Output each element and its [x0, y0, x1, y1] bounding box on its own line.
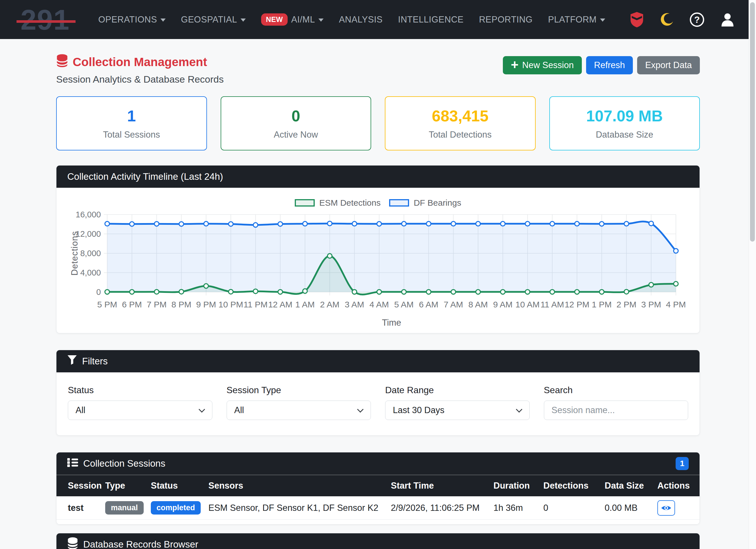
filter-date-range-select[interactable]: Last 30 Days	[385, 400, 530, 420]
svg-text:5 AM: 5 AM	[394, 300, 414, 309]
filters-panel-header: Filters	[56, 350, 700, 372]
filter-label: Status	[68, 385, 212, 395]
page-header: Collection Management Session Analytics …	[56, 54, 700, 85]
chevron-down-icon	[600, 19, 605, 22]
nav-item-reporting[interactable]: REPORTING	[479, 15, 533, 25]
sensors-cell: ESM Sensor, DF Sensor K1, DF Sensor K2	[208, 503, 391, 513]
svg-text:11 AM: 11 AM	[540, 300, 564, 309]
svg-text:0: 0	[96, 287, 101, 296]
duration-cell: 1h 36m	[493, 503, 543, 513]
selected-value: All	[234, 405, 244, 415]
legend-label: ESM Detections	[319, 198, 381, 208]
svg-text:2 AM: 2 AM	[320, 300, 339, 309]
svg-text:6 AM: 6 AM	[419, 300, 438, 309]
main-content: Collection Management Session Analytics …	[56, 54, 700, 549]
nav-item-label: INTELLIGENCE	[398, 15, 464, 25]
legend-swatch	[295, 199, 315, 207]
stat-label: Database Size	[596, 130, 653, 140]
nav-item-analysis[interactable]: ANALYSIS	[339, 15, 383, 25]
legend-esm-detections: ESM Detections	[295, 198, 381, 208]
chevron-down-icon	[160, 19, 166, 22]
scrollbar-thumb[interactable]	[750, 2, 755, 242]
logo-text: 291	[21, 5, 70, 34]
nav-item-ai-ml[interactable]: NEWAI/ML	[261, 13, 324, 26]
db-browser-title: Database Records Browser	[83, 539, 198, 549]
nav-item-platform[interactable]: PLATFORM	[548, 15, 605, 25]
filter-field-session-type: Session TypeAll	[227, 385, 371, 420]
svg-text:9 AM: 9 AM	[493, 300, 513, 309]
new-session-label: New Session	[522, 60, 574, 70]
svg-text:7 AM: 7 AM	[444, 300, 463, 309]
col-start-time: Start Time	[391, 481, 493, 491]
help-icon[interactable]: ?	[689, 12, 705, 27]
legend-swatch	[389, 199, 409, 207]
view-session-button[interactable]	[657, 500, 675, 516]
filter-status-select[interactable]: All	[68, 400, 212, 420]
page-title: Collection Management	[56, 54, 224, 70]
nav-item-geospatial[interactable]: GEOSPATIAL	[181, 15, 246, 25]
col-status: Status	[151, 481, 208, 491]
type-badge: manual	[105, 501, 144, 515]
sessions-panel-header: Collection Sessions 1	[56, 452, 700, 475]
nav-item-intelligence[interactable]: INTELLIGENCE	[398, 15, 464, 25]
svg-text:9 PM: 9 PM	[196, 300, 216, 309]
status-cell: completed	[151, 501, 208, 515]
filter-session-type-select[interactable]: All	[227, 400, 371, 420]
filters-title: Filters	[82, 356, 108, 367]
stat-card-total-sessions: 1Total Sessions	[56, 96, 207, 151]
svg-text:12 PM: 12 PM	[565, 300, 590, 309]
svg-text:Time: Time	[382, 318, 401, 327]
stat-label: Total Detections	[429, 130, 492, 140]
filters-body: StatusAllSession TypeAllDate RangeLast 3…	[56, 372, 700, 435]
table-row: testmanualcompletedESM Sensor, DF Sensor…	[56, 496, 700, 520]
nav-item-label: AI/ML	[291, 15, 315, 25]
scrollbar-track[interactable]	[749, 0, 756, 549]
chevron-down-icon	[198, 406, 205, 413]
col-type: Type	[105, 481, 151, 491]
svg-text:12 AM: 12 AM	[268, 300, 292, 309]
refresh-button[interactable]: Refresh	[586, 56, 633, 74]
chevron-down-icon	[318, 19, 324, 22]
svg-text:2 PM: 2 PM	[617, 300, 637, 309]
nav-item-operations[interactable]: OPERATIONS	[98, 15, 166, 25]
selected-value: All	[76, 405, 85, 415]
col-actions: Actions	[657, 481, 690, 491]
session-name: test	[68, 503, 105, 513]
filter-field-status: StatusAll	[68, 385, 212, 420]
shield-icon[interactable]	[629, 11, 644, 28]
status-badge: completed	[151, 501, 201, 515]
stat-card-total-detections: 683,415Total Detections	[385, 96, 536, 151]
nav-item-label: REPORTING	[479, 15, 533, 25]
page-subtitle: Session Analytics & Database Records	[56, 74, 224, 85]
new-session-button[interactable]: + New Session	[503, 56, 582, 74]
svg-text:4 PM: 4 PM	[666, 300, 686, 309]
svg-text:1 PM: 1 PM	[592, 300, 612, 309]
new-badge: NEW	[261, 13, 288, 26]
svg-text:11 PM: 11 PM	[243, 300, 267, 309]
database-icon	[67, 537, 78, 549]
chart-panel-header: Collection Activity Timeline (Last 24h)	[56, 166, 700, 188]
nav-item-label: GEOSPATIAL	[181, 15, 237, 25]
svg-text:4 AM: 4 AM	[369, 300, 389, 309]
chevron-down-icon	[516, 406, 522, 413]
filter-field-date-range: Date RangeLast 30 Days	[385, 385, 530, 420]
user-icon[interactable]	[720, 12, 735, 27]
nav-item-label: OPERATIONS	[98, 15, 157, 25]
sessions-table-header: SessionTypeStatusSensorsStart TimeDurati…	[56, 475, 700, 496]
moon-icon[interactable]	[660, 13, 674, 27]
chart-panel: Collection Activity Timeline (Last 24h) …	[56, 165, 700, 333]
db-browser-header: Database Records Browser	[56, 533, 700, 549]
col-data-size: Data Size	[605, 481, 657, 491]
export-data-button[interactable]: Export Data	[637, 56, 700, 74]
eye-icon	[661, 505, 671, 511]
chart-title: Collection Activity Timeline (Last 24h)	[67, 171, 223, 182]
stats-row: 1Total Sessions0Active Now683,415Total D…	[56, 96, 700, 151]
stat-label: Active Now	[274, 130, 318, 140]
chevron-down-icon	[357, 406, 364, 413]
search-input[interactable]	[544, 400, 688, 420]
type-cell: manual	[105, 501, 151, 515]
app-logo[interactable]: 291	[21, 5, 70, 34]
svg-text:8 PM: 8 PM	[171, 300, 191, 309]
svg-text:?: ?	[694, 15, 700, 25]
logo-strike-line	[17, 20, 76, 23]
